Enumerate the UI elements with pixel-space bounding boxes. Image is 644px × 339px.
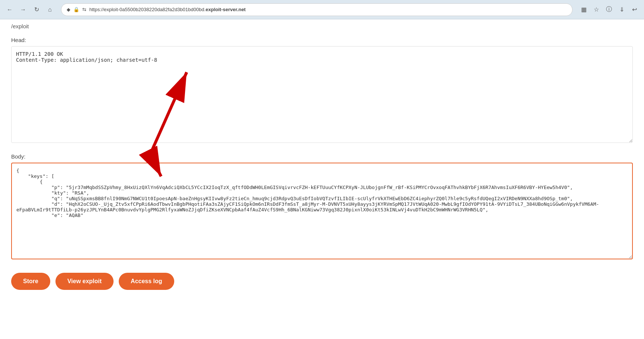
access-log-button[interactable]: Access log [119,273,174,290]
buttons-row: Store View exploit Access log [11,273,633,290]
view-exploit-button[interactable]: View exploit [55,273,114,290]
head-label: Head: [11,37,633,43]
body-section: Body: { "keys": [ { "p": "5jr37mMqbdSSZp… [11,153,633,261]
body-label: Body: [11,153,633,160]
path-text: /exploit [11,23,29,29]
head-textarea[interactable]: HTTP/1.1 200 OK Content-Type: applicatio… [11,46,633,143]
shield-icon: ◆ [67,7,70,12]
page-content: /exploit Head: HTTP/1.1 200 OK Content-T… [0,19,644,339]
lock-icon: 🔒 [73,7,79,12]
address-bar[interactable]: ◆ 🔒 ⇆ https://exploit-0a5500b2038220da82… [61,3,573,16]
extensions-icon[interactable]: ▦ [578,4,589,15]
back-button[interactable]: ← [4,4,15,15]
head-section: Head: HTTP/1.1 200 OK Content-Type: appl… [11,37,633,144]
back-arrow-icon[interactable]: ↩ [629,4,640,15]
tab-icon: ⇆ [82,7,86,12]
home-button[interactable]: ⌂ [45,4,55,15]
body-textarea[interactable]: { "keys": [ { "p": "5jr37mMqbdSSZpVhmy_8… [11,163,633,259]
head-textarea-wrapper: HTTP/1.1 200 OK Content-Type: applicatio… [11,46,633,144]
body-textarea-wrapper: { "keys": [ { "p": "5jr37mMqbdSSZpVhmy_8… [11,163,633,261]
download-icon[interactable]: ⇓ [616,4,627,15]
forward-button[interactable]: → [18,4,28,15]
reload-button[interactable]: ↻ [31,4,42,15]
path-bar: /exploit [11,19,633,37]
url-text: https://exploit-0a5500b2038220da82fa2d3b… [89,7,246,12]
bookmark-icon[interactable]: ☆ [591,4,602,15]
browser-chrome: ← → ↻ ⌂ ◆ 🔒 ⇆ https://exploit-0a5500b203… [0,0,644,19]
browser-actions: ▦ ☆ ⓘ ⇓ ↩ [578,4,640,15]
store-button[interactable]: Store [11,273,50,290]
info-icon[interactable]: ⓘ [604,4,614,15]
